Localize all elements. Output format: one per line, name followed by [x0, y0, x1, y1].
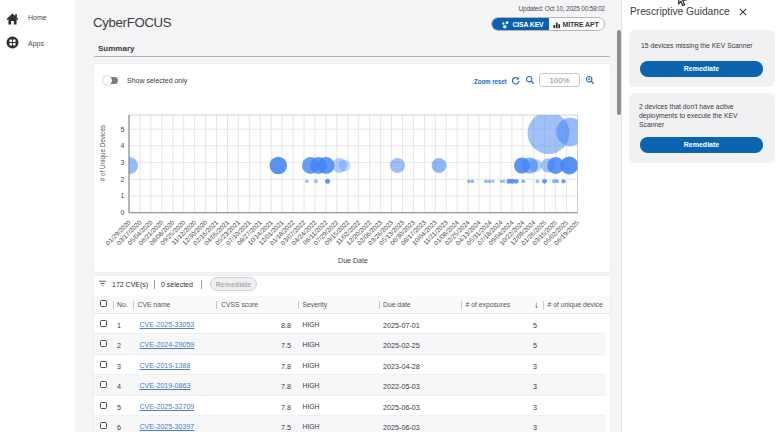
svg-text:3: 3 — [121, 159, 125, 166]
svg-text:0: 0 — [121, 209, 125, 216]
svg-text:4: 4 — [121, 142, 125, 149]
svg-text:Due Date: Due Date — [338, 257, 368, 265]
svg-text:1: 1 — [121, 192, 125, 199]
svg-text:# of Unique Devices: # of Unique Devices — [99, 125, 107, 181]
svg-text:2: 2 — [121, 176, 125, 183]
svg-text:5: 5 — [121, 126, 125, 133]
